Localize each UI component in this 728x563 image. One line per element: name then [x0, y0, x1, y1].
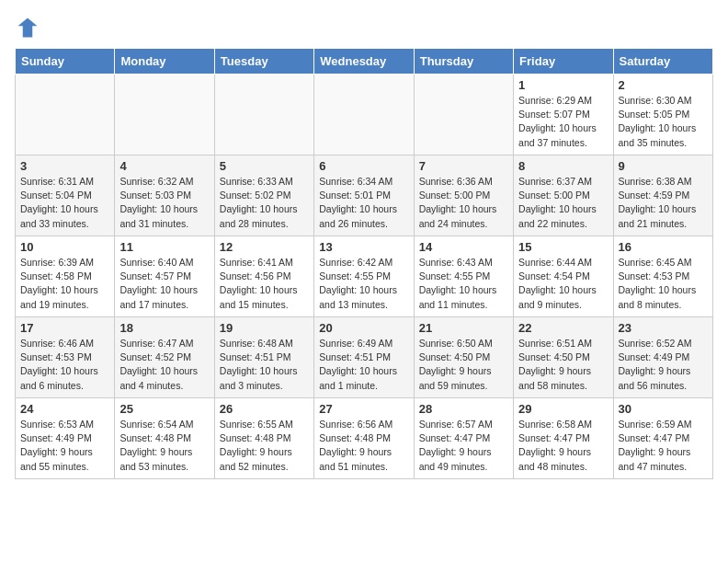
day-info: Sunrise: 6:41 AM Sunset: 4:56 PM Dayligh… — [220, 256, 309, 312]
calendar-cell: 30Sunrise: 6:59 AM Sunset: 4:47 PM Dayli… — [613, 398, 712, 479]
day-number: 19 — [220, 321, 309, 335]
calendar-cell: 5Sunrise: 6:33 AM Sunset: 5:02 PM Daylig… — [214, 155, 313, 236]
day-info: Sunrise: 6:57 AM Sunset: 4:47 PM Dayligh… — [419, 418, 508, 474]
day-number: 1 — [518, 78, 608, 92]
calendar-cell: 25Sunrise: 6:54 AM Sunset: 4:48 PM Dayli… — [115, 398, 214, 479]
logo-icon — [15, 15, 40, 40]
day-info: Sunrise: 6:59 AM Sunset: 4:47 PM Dayligh… — [619, 418, 708, 474]
day-info: Sunrise: 6:31 AM Sunset: 5:04 PM Dayligh… — [20, 175, 109, 231]
weekday-header-sunday: Sunday — [16, 49, 115, 75]
day-info: Sunrise: 6:37 AM Sunset: 5:00 PM Dayligh… — [518, 175, 608, 231]
week-row-5: 24Sunrise: 6:53 AM Sunset: 4:49 PM Dayli… — [16, 398, 713, 479]
week-row-4: 17Sunrise: 6:46 AM Sunset: 4:53 PM Dayli… — [16, 317, 713, 398]
calendar-cell: 24Sunrise: 6:53 AM Sunset: 4:49 PM Dayli… — [16, 398, 115, 479]
day-number: 3 — [20, 159, 109, 173]
day-number: 22 — [518, 321, 608, 335]
day-info: Sunrise: 6:50 AM Sunset: 4:50 PM Dayligh… — [419, 337, 508, 393]
day-number: 12 — [220, 240, 309, 254]
day-info: Sunrise: 6:43 AM Sunset: 4:55 PM Dayligh… — [419, 256, 508, 312]
day-number: 20 — [319, 321, 408, 335]
day-number: 27 — [319, 402, 408, 416]
day-info: Sunrise: 6:44 AM Sunset: 4:54 PM Dayligh… — [518, 256, 608, 312]
day-number: 15 — [518, 240, 608, 254]
day-number: 25 — [119, 402, 209, 416]
day-info: Sunrise: 6:32 AM Sunset: 5:03 PM Dayligh… — [119, 175, 209, 231]
weekday-header-friday: Friday — [514, 49, 613, 75]
day-info: Sunrise: 6:34 AM Sunset: 5:01 PM Dayligh… — [319, 175, 408, 231]
week-row-3: 10Sunrise: 6:39 AM Sunset: 4:58 PM Dayli… — [16, 236, 713, 317]
weekday-header-thursday: Thursday — [414, 49, 513, 75]
weekday-header-tuesday: Tuesday — [214, 49, 313, 75]
calendar-cell: 16Sunrise: 6:45 AM Sunset: 4:53 PM Dayli… — [613, 236, 712, 317]
day-info: Sunrise: 6:46 AM Sunset: 4:53 PM Dayligh… — [20, 337, 109, 393]
calendar-cell — [414, 75, 513, 155]
day-info: Sunrise: 6:58 AM Sunset: 4:47 PM Dayligh… — [518, 418, 608, 474]
calendar-table: SundayMondayTuesdayWednesdayThursdayFrid… — [15, 48, 713, 479]
weekday-header-monday: Monday — [115, 49, 214, 75]
day-number: 18 — [119, 321, 209, 335]
day-number: 30 — [619, 402, 708, 416]
calendar-cell: 6Sunrise: 6:34 AM Sunset: 5:01 PM Daylig… — [314, 155, 414, 236]
calendar-cell: 23Sunrise: 6:52 AM Sunset: 4:49 PM Dayli… — [613, 317, 712, 398]
calendar-cell: 17Sunrise: 6:46 AM Sunset: 4:53 PM Dayli… — [16, 317, 115, 398]
calendar-cell: 15Sunrise: 6:44 AM Sunset: 4:54 PM Dayli… — [514, 236, 613, 317]
calendar-cell: 7Sunrise: 6:36 AM Sunset: 5:00 PM Daylig… — [414, 155, 513, 236]
calendar-cell — [115, 75, 214, 155]
week-row-1: 1Sunrise: 6:29 AM Sunset: 5:07 PM Daylig… — [16, 75, 713, 155]
calendar-cell: 14Sunrise: 6:43 AM Sunset: 4:55 PM Dayli… — [414, 236, 513, 317]
calendar-cell: 29Sunrise: 6:58 AM Sunset: 4:47 PM Dayli… — [514, 398, 613, 479]
calendar-cell — [314, 75, 414, 155]
calendar-cell: 10Sunrise: 6:39 AM Sunset: 4:58 PM Dayli… — [16, 236, 115, 317]
calendar-cell: 18Sunrise: 6:47 AM Sunset: 4:52 PM Dayli… — [115, 317, 214, 398]
day-info: Sunrise: 6:45 AM Sunset: 4:53 PM Dayligh… — [619, 256, 708, 312]
page-header — [15, 15, 713, 40]
day-info: Sunrise: 6:47 AM Sunset: 4:52 PM Dayligh… — [119, 337, 209, 393]
day-number: 14 — [419, 240, 508, 254]
calendar-cell: 3Sunrise: 6:31 AM Sunset: 5:04 PM Daylig… — [16, 155, 115, 236]
calendar-cell: 19Sunrise: 6:48 AM Sunset: 4:51 PM Dayli… — [214, 317, 313, 398]
calendar-header: SundayMondayTuesdayWednesdayThursdayFrid… — [16, 49, 713, 75]
day-number: 7 — [419, 159, 508, 173]
day-number: 24 — [20, 402, 109, 416]
day-info: Sunrise: 6:33 AM Sunset: 5:02 PM Dayligh… — [220, 175, 309, 231]
day-number: 29 — [518, 402, 608, 416]
day-number: 16 — [619, 240, 708, 254]
day-info: Sunrise: 6:39 AM Sunset: 4:58 PM Dayligh… — [20, 256, 109, 312]
day-number: 28 — [419, 402, 508, 416]
day-number: 11 — [119, 240, 209, 254]
day-info: Sunrise: 6:40 AM Sunset: 4:57 PM Dayligh… — [119, 256, 209, 312]
day-number: 17 — [20, 321, 109, 335]
day-info: Sunrise: 6:51 AM Sunset: 4:50 PM Dayligh… — [518, 337, 608, 393]
weekday-header-saturday: Saturday — [613, 49, 712, 75]
day-number: 26 — [220, 402, 309, 416]
calendar-cell: 13Sunrise: 6:42 AM Sunset: 4:55 PM Dayli… — [314, 236, 414, 317]
calendar-cell: 26Sunrise: 6:55 AM Sunset: 4:48 PM Dayli… — [214, 398, 313, 479]
calendar-body: 1Sunrise: 6:29 AM Sunset: 5:07 PM Daylig… — [16, 75, 713, 479]
calendar-cell: 21Sunrise: 6:50 AM Sunset: 4:50 PM Dayli… — [414, 317, 513, 398]
calendar-cell: 1Sunrise: 6:29 AM Sunset: 5:07 PM Daylig… — [514, 75, 613, 155]
day-number: 6 — [319, 159, 408, 173]
day-info: Sunrise: 6:36 AM Sunset: 5:00 PM Dayligh… — [419, 175, 508, 231]
day-info: Sunrise: 6:38 AM Sunset: 4:59 PM Dayligh… — [619, 175, 708, 231]
svg-marker-0 — [18, 18, 38, 38]
day-info: Sunrise: 6:29 AM Sunset: 5:07 PM Dayligh… — [518, 94, 608, 150]
day-number: 10 — [20, 240, 109, 254]
calendar-cell: 20Sunrise: 6:49 AM Sunset: 4:51 PM Dayli… — [314, 317, 414, 398]
day-number: 8 — [518, 159, 608, 173]
day-number: 4 — [119, 159, 209, 173]
day-info: Sunrise: 6:53 AM Sunset: 4:49 PM Dayligh… — [20, 418, 109, 474]
weekday-row: SundayMondayTuesdayWednesdayThursdayFrid… — [16, 49, 713, 75]
day-info: Sunrise: 6:42 AM Sunset: 4:55 PM Dayligh… — [319, 256, 408, 312]
calendar-cell: 27Sunrise: 6:56 AM Sunset: 4:48 PM Dayli… — [314, 398, 414, 479]
day-info: Sunrise: 6:30 AM Sunset: 5:05 PM Dayligh… — [619, 94, 708, 150]
day-number: 2 — [619, 78, 708, 92]
day-info: Sunrise: 6:49 AM Sunset: 4:51 PM Dayligh… — [319, 337, 408, 393]
day-number: 9 — [619, 159, 708, 173]
weekday-header-wednesday: Wednesday — [314, 49, 414, 75]
calendar-cell: 9Sunrise: 6:38 AM Sunset: 4:59 PM Daylig… — [613, 155, 712, 236]
calendar-cell: 4Sunrise: 6:32 AM Sunset: 5:03 PM Daylig… — [115, 155, 214, 236]
day-number: 5 — [220, 159, 309, 173]
day-info: Sunrise: 6:52 AM Sunset: 4:49 PM Dayligh… — [619, 337, 708, 393]
logo — [15, 15, 44, 40]
day-info: Sunrise: 6:55 AM Sunset: 4:48 PM Dayligh… — [220, 418, 309, 474]
